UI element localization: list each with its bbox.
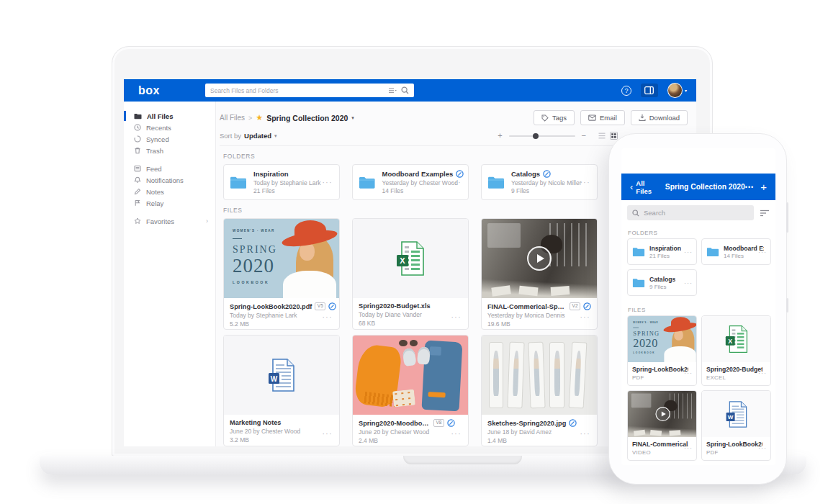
sidebar-item-trash[interactable]: Trash bbox=[124, 145, 215, 156]
phone-file-card-budget[interactable]: X Spring2020-Budget EXCEL ··· bbox=[701, 315, 771, 386]
search-filter-icon[interactable] bbox=[389, 88, 397, 94]
file-card-final-commercial-mp4[interactable]: FINAL-Commerical-Spring2020.mp4 V2 Yeste… bbox=[481, 218, 598, 330]
file-byline: Yesterday by Monica Dennis bbox=[487, 312, 591, 319]
phone-folder-card-moodboard[interactable]: Moodboard Ex... 14 Files ··· bbox=[701, 238, 771, 265]
phone-file-card-lookbook-2[interactable]: W Spring-LookBook2020 PDF ··· bbox=[701, 390, 771, 461]
file-thumbnail: W bbox=[702, 391, 770, 437]
size-slider[interactable] bbox=[509, 135, 575, 137]
search-icon[interactable] bbox=[401, 86, 409, 94]
shared-link-icon bbox=[456, 170, 464, 178]
file-card-marketing-notes[interactable]: W Marketing Notes June 20 by Chester Woo… bbox=[223, 335, 340, 446]
file-name: Spring2020-Budget.xls bbox=[359, 302, 431, 310]
svg-text:W: W bbox=[727, 414, 733, 420]
sidebar-item-relay[interactable]: Relay bbox=[124, 197, 215, 209]
play-button-icon[interactable] bbox=[527, 246, 552, 271]
sidebar-item-notes[interactable]: Notes bbox=[124, 186, 215, 197]
folder-card-inspiration[interactable]: Inspiration Today by Stephanie Lark 21 F… bbox=[223, 164, 340, 200]
zoom-in-button[interactable]: + bbox=[498, 132, 502, 140]
avatar[interactable] bbox=[667, 83, 683, 98]
item-menu-button[interactable]: ··· bbox=[451, 430, 462, 438]
item-menu-button[interactable]: ··· bbox=[323, 313, 333, 321]
sidebar-item-notifications[interactable]: Notifications bbox=[124, 174, 215, 186]
file-type: EXCEL bbox=[706, 374, 766, 381]
sync-icon bbox=[134, 135, 141, 143]
help-icon[interactable]: ? bbox=[621, 86, 631, 96]
sidebar-item-feed[interactable]: Feed bbox=[124, 163, 215, 174]
sidebar-item-synced[interactable]: Synced bbox=[124, 133, 215, 145]
folder-card-catalogs[interactable]: Catalogs Yesterday by Nicole Miller 9 Fi… bbox=[481, 164, 598, 200]
phone-file-card-commercial[interactable]: FINAL-Commerical... VIDEO ··· bbox=[627, 390, 697, 461]
item-menu-button[interactable]: ··· bbox=[580, 430, 591, 438]
sidebar-item-all-files[interactable]: All Files bbox=[124, 110, 215, 122]
item-menu-button[interactable]: ··· bbox=[580, 179, 591, 186]
back-chevron-icon: ‹ bbox=[630, 182, 633, 192]
thumb-text: LOOKBOOK bbox=[633, 352, 660, 354]
file-byline: June 20 by Chester Wood bbox=[230, 428, 333, 435]
chevron-right-icon[interactable]: › bbox=[206, 217, 208, 225]
back-button[interactable]: ‹ All Files bbox=[630, 179, 658, 195]
phone-page-title: Spring Collection 2020 bbox=[665, 183, 745, 191]
zoom-out-button[interactable]: − bbox=[582, 132, 586, 140]
item-menu-button[interactable]: ··· bbox=[451, 179, 462, 186]
download-button[interactable]: Download bbox=[631, 110, 688, 125]
file-card-spring-moodboard-pptx[interactable]: Spring2020-Moodboard.pptx V8 June 20 by … bbox=[352, 335, 469, 446]
phone-search-bar[interactable] bbox=[627, 205, 754, 220]
sort-value[interactable]: Updated bbox=[244, 132, 271, 140]
file-card-spring-budget-xls[interactable]: X Spring2020-Budget.xls Today by Diane V… bbox=[352, 218, 469, 330]
phone-folder-card-catalogs[interactable]: Catalogs 9 Files ··· bbox=[627, 269, 697, 296]
sidebar-item-label: Feed bbox=[146, 165, 162, 173]
item-menu-button[interactable]: ··· bbox=[580, 313, 591, 321]
phone-search-input[interactable] bbox=[644, 209, 749, 217]
item-menu-button[interactable]: ··· bbox=[684, 248, 693, 256]
phone-folder-card-inspiration[interactable]: Inspiration 21 Files ··· bbox=[627, 238, 697, 265]
item-menu-button[interactable]: ··· bbox=[684, 279, 693, 287]
folder-card-moodboard-examples[interactable]: Moodboard Examples Yesterday by Chester … bbox=[352, 164, 469, 200]
breadcrumb-current[interactable]: Spring Collection 2020 bbox=[266, 114, 348, 122]
folder-icon bbox=[359, 176, 376, 189]
file-size: 2.4 MB bbox=[359, 437, 462, 444]
grid-view-button[interactable] bbox=[610, 132, 618, 140]
item-menu-button[interactable]: ··· bbox=[758, 369, 767, 377]
breadcrumb-root-link[interactable]: All Files bbox=[220, 114, 245, 122]
size-slider-knob[interactable] bbox=[533, 133, 539, 139]
sort-control[interactable]: Sort by Updated ▾ bbox=[220, 132, 277, 140]
thumb-text: SPRING bbox=[233, 244, 277, 256]
shared-link-icon bbox=[447, 419, 455, 427]
header-search-bar[interactable] bbox=[205, 84, 414, 97]
shared-link-icon bbox=[328, 302, 336, 310]
item-menu-button[interactable]: ··· bbox=[684, 444, 693, 451]
item-menu-button[interactable]: ··· bbox=[323, 430, 333, 438]
search-input[interactable] bbox=[210, 87, 384, 94]
shared-link-icon bbox=[543, 170, 551, 178]
item-menu-button[interactable]: ··· bbox=[451, 313, 462, 321]
sidebar-item-recents[interactable]: Recents bbox=[124, 122, 215, 133]
file-size: 5.2 MB bbox=[230, 320, 333, 328]
file-size: 1.4 MB bbox=[487, 437, 591, 444]
item-menu-button[interactable]: ··· bbox=[323, 179, 333, 186]
add-button[interactable]: + bbox=[760, 181, 767, 192]
item-menu-button[interactable]: ··· bbox=[758, 444, 767, 451]
file-card-spring-lookbook-pdf[interactable]: WOMEN'S · WEAR SPRING 2020 LOOKBOOK bbox=[223, 218, 340, 330]
more-menu-button[interactable]: ••• bbox=[745, 184, 754, 191]
apps-panel-icon[interactable] bbox=[641, 84, 658, 97]
sort-filter-icon[interactable] bbox=[760, 210, 770, 217]
phone-file-card-lookbook[interactable]: WOMEN'S · WEAR SPRING 2020 LOOKBOOK bbox=[627, 315, 697, 386]
account-menu[interactable]: ▾ bbox=[667, 83, 687, 98]
favorite-star-icon[interactable]: ★ bbox=[256, 114, 263, 122]
email-button[interactable]: Email bbox=[580, 110, 625, 125]
sidebar-item-label: Recents bbox=[146, 124, 171, 132]
folder-name: Moodboard Examples bbox=[382, 170, 454, 178]
sidebar-item-favorites[interactable]: Favorites › bbox=[124, 215, 215, 227]
file-card-sketches-jpg[interactable]: Sketches-Spring2020.jpg June 18 by David… bbox=[481, 335, 598, 446]
item-menu-button[interactable]: ··· bbox=[684, 369, 693, 377]
file-thumbnail: X bbox=[702, 316, 770, 362]
tags-button[interactable]: Tags bbox=[534, 110, 575, 125]
phone-volume-button bbox=[786, 202, 788, 233]
list-view-button[interactable] bbox=[598, 132, 606, 139]
play-button-icon bbox=[655, 407, 670, 421]
item-menu-button[interactable]: ··· bbox=[758, 248, 767, 256]
folder-count: 21 Files bbox=[253, 187, 321, 194]
file-byline: Today by Diane Vander bbox=[359, 311, 462, 318]
file-name: Spring-LookBook2020.pdf bbox=[230, 303, 312, 310]
folder-menu-caret-icon[interactable]: ▾ bbox=[351, 115, 354, 121]
